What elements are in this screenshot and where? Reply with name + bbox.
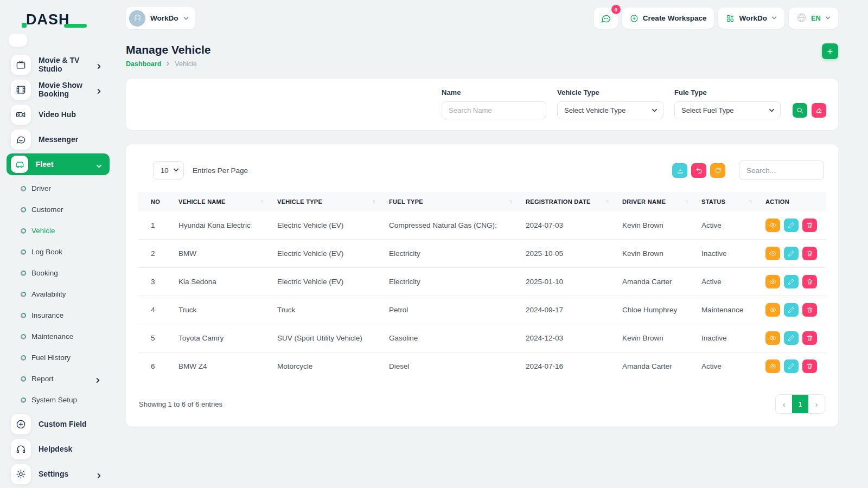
- next-page-button[interactable]: ›: [808, 395, 825, 413]
- breadcrumb-dashboard-link[interactable]: Dashboard: [126, 60, 161, 68]
- table-head: NOVEHICLE NAME↑↓VEHICLE TYPE↑↓FUEL TYPE↑…: [138, 192, 826, 211]
- sidebar-item-label: Messenger: [39, 135, 102, 144]
- edit-button[interactable]: [784, 275, 799, 288]
- view-button[interactable]: [765, 359, 780, 373]
- filter-group: Name Vehicle Type Select Vehicle Type Fu…: [442, 88, 826, 119]
- edit-button[interactable]: [784, 359, 799, 373]
- cell-actions: [765, 211, 826, 240]
- cell-no: 4: [138, 296, 178, 324]
- sidebar-subitem-availability[interactable]: Availability: [7, 284, 110, 305]
- delete-button[interactable]: [802, 359, 817, 373]
- sidebar-subitem-report[interactable]: Report: [7, 368, 110, 389]
- cell-no: 5: [138, 324, 178, 352]
- sidebar-item-label: Movie Show Booking: [39, 81, 88, 98]
- undo-button[interactable]: [691, 163, 706, 178]
- cell-no: 1: [138, 211, 178, 240]
- sidebar-item-custom-field[interactable]: Custom Field: [7, 412, 110, 436]
- sidebar-item-movie-show-booking[interactable]: Movie Show Booking: [7, 77, 110, 102]
- sidebar-subitem-log-book[interactable]: Log Book: [7, 241, 110, 262]
- add-vehicle-button[interactable]: [822, 43, 838, 59]
- sidebar-item-settings[interactable]: Settings: [7, 461, 110, 486]
- workspace-switcher[interactable]: WorkDo: [718, 8, 784, 29]
- language-selector[interactable]: EN: [789, 8, 838, 29]
- delete-button[interactable]: [802, 275, 817, 288]
- entries-per-page-select[interactable]: 10: [153, 161, 184, 179]
- view-button[interactable]: [765, 331, 780, 345]
- create-workspace-label: Create Workspace: [643, 14, 707, 22]
- view-button[interactable]: [765, 219, 780, 232]
- sidebar-subitem-booking[interactable]: Booking: [7, 262, 110, 284]
- brand-logo[interactable]: DASH: [0, 8, 115, 31]
- sidebar-subitem-vehicle[interactable]: Vehicle: [7, 220, 110, 241]
- messages-button[interactable]: 0: [594, 8, 618, 29]
- building-icon: [133, 14, 142, 22]
- column-header-registration-date[interactable]: REGISTRATION DATE↑↓: [526, 192, 622, 211]
- chevron-right-icon: [165, 60, 170, 68]
- apply-filter-button[interactable]: [793, 103, 807, 118]
- trash-icon: [806, 306, 813, 313]
- column-header-vehicle-type[interactable]: VEHICLE TYPE↑↓: [277, 192, 389, 211]
- sort-icon: ↑↓: [509, 198, 512, 204]
- bullet-icon: [21, 228, 26, 234]
- column-header-fuel-type[interactable]: FUEL TYPE↑↓: [389, 192, 526, 211]
- sidebar-subitem-insurance[interactable]: Insurance: [7, 305, 110, 326]
- sidebar-subitem-system-setup[interactable]: System Setup: [7, 389, 110, 410]
- sidebar-item-messenger[interactable]: Messenger: [7, 127, 110, 152]
- cell-vehicle-name: BMW: [178, 240, 277, 268]
- edit-button[interactable]: [784, 247, 799, 260]
- sidebar-subitem-driver[interactable]: Driver: [7, 178, 110, 199]
- workspace-pill[interactable]: WorkDo: [126, 7, 195, 29]
- pencil-icon: [788, 278, 795, 285]
- column-header-status[interactable]: STATUS↑↓: [701, 192, 765, 211]
- grid-plus-icon: [726, 14, 735, 23]
- sidebar-item-movie-tv-studio[interactable]: Movie & TV Studio: [7, 52, 110, 77]
- delete-button[interactable]: [802, 303, 817, 317]
- delete-button[interactable]: [802, 247, 817, 260]
- view-button[interactable]: [765, 247, 780, 260]
- create-workspace-button[interactable]: Create Workspace: [622, 8, 714, 29]
- vehicle-type-select[interactable]: Select Vehicle Type: [557, 101, 663, 119]
- column-label: ACTION: [765, 198, 789, 205]
- table-search-input[interactable]: [739, 160, 824, 180]
- cell-status: Active: [701, 211, 765, 240]
- sidebar-subitem-maintenance[interactable]: Maintenance: [7, 326, 110, 347]
- column-header-vehicle-name[interactable]: VEHICLE NAME↑↓: [178, 192, 277, 211]
- refresh-button[interactable]: [710, 163, 725, 178]
- edit-button[interactable]: [784, 331, 799, 345]
- edit-button[interactable]: [784, 303, 799, 317]
- chevron-right-icon: [96, 62, 102, 68]
- sidebar-item-fleet[interactable]: Fleet: [7, 153, 110, 175]
- sidebar-item-video-hub[interactable]: Video Hub: [7, 102, 110, 127]
- sidebar-subitem-label: Report: [31, 375, 90, 383]
- clear-filter-button[interactable]: [812, 103, 826, 118]
- name-filter-label: Name: [442, 88, 546, 97]
- previous-page-button[interactable]: ‹: [776, 395, 792, 413]
- sidebar-subitem-customer[interactable]: Customer: [7, 199, 110, 220]
- export-button[interactable]: [672, 163, 687, 178]
- delete-button[interactable]: [802, 219, 817, 232]
- filter-name-field: Name: [442, 88, 546, 119]
- eye-icon: [769, 306, 776, 313]
- name-search-input[interactable]: [442, 101, 546, 119]
- edit-button[interactable]: [784, 219, 799, 232]
- column-header-driver-name[interactable]: DRIVER NAME↑↓: [622, 192, 701, 211]
- cell-status: Inactive: [701, 240, 765, 268]
- view-button[interactable]: [765, 303, 780, 317]
- gear-icon: [11, 464, 31, 484]
- sidebar-item-helpdesk[interactable]: Helpdesk: [7, 436, 110, 461]
- sidebar-nav: Movie & TV Studio Movie Show Booking Vid…: [0, 52, 115, 486]
- delete-button[interactable]: [802, 331, 817, 345]
- cell-vehicle-type: Truck: [277, 296, 389, 324]
- sidebar-subitem-fuel-history[interactable]: Fuel History: [7, 347, 110, 368]
- brand-logo-text: DASH: [26, 11, 70, 28]
- sort-icon: ↑↓: [605, 198, 608, 204]
- trash-icon: [806, 278, 813, 285]
- fuel-type-select[interactable]: Select Fuel Type: [674, 101, 781, 119]
- bullet-icon: [21, 292, 26, 297]
- eye-icon: [769, 250, 776, 257]
- page-title: Manage Vehicle: [126, 43, 210, 56]
- view-button[interactable]: [765, 275, 780, 288]
- eye-icon: [769, 278, 776, 285]
- table-row: 1Hyundai Kona ElectricElectric Vehicle (…: [138, 211, 826, 240]
- current-page-button[interactable]: 1: [792, 395, 808, 413]
